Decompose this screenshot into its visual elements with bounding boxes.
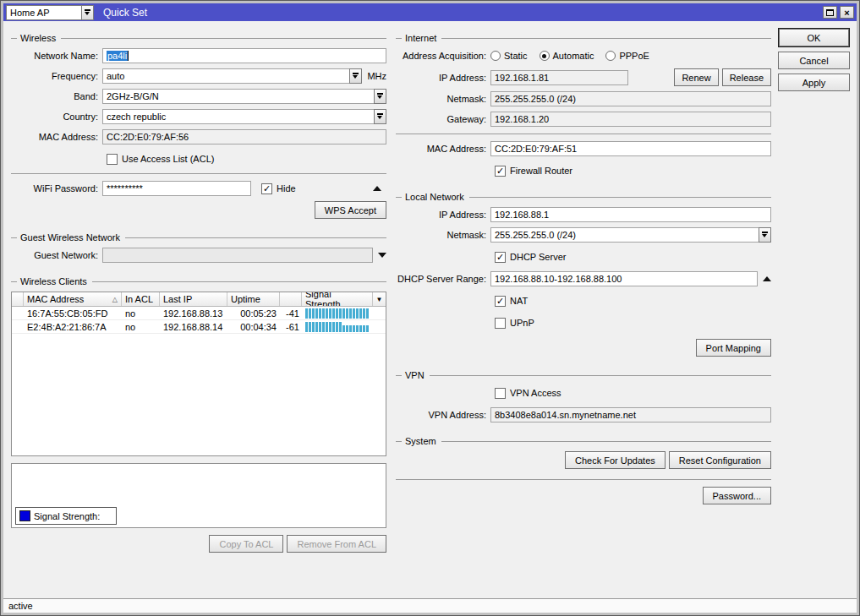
col-dbm[interactable]: [280, 292, 302, 306]
radio-icon[interactable]: [605, 51, 616, 61]
frequency-label: Frequency:: [11, 71, 102, 81]
col-last-ip[interactable]: Last IP: [160, 292, 227, 306]
dropdown-icon: [377, 93, 383, 100]
client-signal-dbm[interactable]: -61: [280, 320, 302, 333]
guest-network-label: Guest Network:: [11, 250, 102, 260]
cancel-button[interactable]: Cancel: [778, 52, 850, 69]
signal-bars: [305, 322, 369, 332]
copy-to-acl-button[interactable]: Copy To ACL: [209, 535, 283, 553]
client-signal-bars[interactable]: [302, 320, 373, 333]
legend-color-swatch: [19, 510, 30, 521]
client-signal-bars[interactable]: [302, 307, 373, 319]
frequency-unit: MHz: [367, 71, 386, 81]
client-last-ip[interactable]: 192.168.88.13: [160, 307, 227, 319]
client-row[interactable]: 16:7A:55:CB:05:FDno192.168.88.1300:05:23…: [12, 307, 386, 320]
maximize-button[interactable]: [823, 6, 837, 19]
radio-icon[interactable]: [490, 51, 501, 61]
collapse-arrow-icon[interactable]: [373, 186, 381, 191]
firewall-router-checkbox[interactable]: ✓: [495, 166, 506, 177]
row-end-cell[interactable]: [373, 320, 386, 333]
mode-combo-value[interactable]: Home AP: [6, 5, 82, 20]
hide-checkbox[interactable]: ✓: [261, 183, 272, 194]
signal-legend: Signal Strength:: [15, 507, 117, 525]
local-ip-input[interactable]: 192.168.88.1: [490, 207, 771, 222]
band-label: Band:: [11, 91, 102, 101]
wps-accept-button[interactable]: WPS Accept: [315, 201, 386, 219]
separator: [11, 173, 386, 174]
text-cursor: [128, 51, 129, 61]
local-netmask-input[interactable]: 255.255.255.0 (/24): [490, 227, 759, 243]
title-bar[interactable]: Home AP Quick Set ×: [3, 3, 857, 21]
nat-label: NAT: [510, 296, 528, 306]
country-dropdown-button[interactable]: [374, 109, 386, 124]
collapse-arrow-icon[interactable]: [763, 276, 771, 281]
radio-pppoe[interactable]: PPPoE: [605, 51, 649, 61]
col-signal-strength[interactable]: Signal Strength: [302, 292, 373, 306]
expand-arrow-icon[interactable]: [378, 253, 386, 258]
clients-table-header[interactable]: MAC Address△ In ACL Last IP Uptime Signa…: [12, 292, 386, 307]
col-mac-address[interactable]: MAC Address△: [24, 292, 122, 306]
col-select[interactable]: [12, 292, 24, 306]
client-mac[interactable]: 16:7A:55:CB:05:FD: [24, 307, 122, 319]
gateway-value: 192.168.1.20: [490, 112, 771, 127]
country-input[interactable]: czech republic: [102, 109, 375, 124]
dhcp-server-label: DHCP Server: [510, 252, 566, 262]
dhcp-range-label: DHCP Server Range:: [396, 274, 490, 284]
vpn-access-label: VPN Access: [510, 388, 561, 398]
renew-button[interactable]: Renew: [674, 68, 718, 86]
internet-ip-label: IP Address:: [396, 73, 490, 83]
client-mac[interactable]: E2:4B:A2:21:86:7A: [24, 320, 122, 333]
use-acl-checkbox[interactable]: ✓: [107, 154, 118, 165]
client-last-ip[interactable]: 192.168.88.14: [160, 320, 227, 333]
dhcp-server-checkbox[interactable]: ✓: [495, 252, 506, 263]
band-input[interactable]: 2GHz-B/G/N: [102, 89, 375, 104]
client-row[interactable]: E2:4B:A2:21:86:7Ano192.168.88.1400:04:34…: [12, 320, 386, 334]
upnp-checkbox[interactable]: ✓: [495, 318, 506, 329]
port-mapping-button[interactable]: Port Mapping: [696, 339, 771, 357]
client-uptime[interactable]: 00:05:23: [227, 307, 280, 319]
wifi-password-input[interactable]: **********: [102, 181, 251, 196]
reset-configuration-button[interactable]: Reset Configuration: [669, 451, 771, 469]
status-bar: active: [3, 598, 857, 613]
mode-combo[interactable]: Home AP: [6, 5, 94, 20]
local-netmask-dropdown-button[interactable]: [759, 227, 771, 243]
vpn-access-checkbox[interactable]: ✓: [495, 388, 506, 399]
check-for-updates-button[interactable]: Check For Updates: [565, 451, 666, 469]
client-uptime[interactable]: 00:04:34: [227, 320, 280, 333]
guest-network-input[interactable]: [102, 248, 373, 263]
release-button[interactable]: Release: [722, 68, 771, 86]
col-uptime[interactable]: Uptime: [227, 292, 280, 306]
dhcp-range-input[interactable]: 192.168.88.10-192.168.88.100: [490, 271, 758, 286]
separator: [396, 479, 771, 480]
mode-combo-button[interactable]: [81, 5, 94, 20]
client-in-acl[interactable]: no: [122, 307, 160, 319]
nat-checkbox[interactable]: ✓: [495, 296, 506, 307]
close-button[interactable]: ×: [840, 6, 854, 19]
internet-mac-label: MAC Address:: [396, 144, 490, 154]
client-in-acl[interactable]: no: [122, 320, 160, 333]
row-select-cell[interactable]: [12, 320, 24, 333]
row-end-cell[interactable]: [373, 307, 386, 319]
dropdown-icon: [377, 113, 383, 120]
network-name-input[interactable]: pa4li: [102, 48, 386, 63]
client-signal-dbm[interactable]: -41: [280, 307, 302, 319]
apply-button[interactable]: Apply: [778, 74, 850, 91]
band-dropdown-button[interactable]: [374, 89, 386, 104]
ok-button[interactable]: OK: [779, 29, 849, 46]
internet-mac-input[interactable]: CC:2D:E0:79:AF:51: [490, 141, 771, 156]
radio-icon[interactable]: [540, 51, 550, 61]
gateway-label: Gateway:: [396, 114, 490, 124]
password-button[interactable]: Password...: [703, 487, 771, 504]
radio-static[interactable]: Static: [490, 51, 528, 61]
frequency-dropdown-button[interactable]: [349, 68, 362, 84]
vpn-address-label: VPN Address:: [396, 410, 490, 420]
column-menu-button[interactable]: ▼: [373, 292, 386, 306]
frequency-input[interactable]: auto: [102, 68, 350, 84]
vpn-address-value: 8b3408e8a014.sn.mynetname.net: [490, 407, 771, 422]
row-select-cell[interactable]: [12, 307, 24, 319]
remove-from-acl-button[interactable]: Remove From ACL: [287, 535, 386, 553]
dropdown-icon: [762, 232, 768, 238]
internet-netmask-label: Netmask:: [396, 94, 490, 104]
col-in-acl[interactable]: In ACL: [122, 292, 160, 306]
radio-automatic[interactable]: Automatic: [540, 51, 594, 61]
